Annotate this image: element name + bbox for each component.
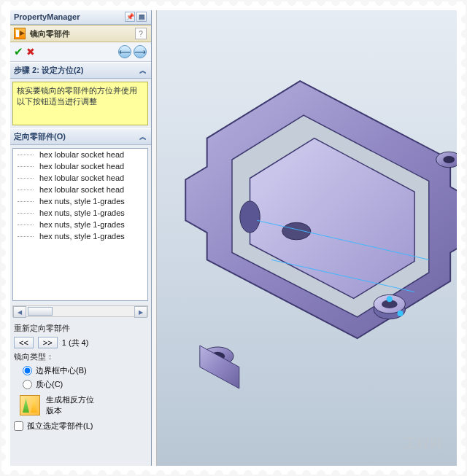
generate-opposite-button[interactable] <box>20 395 40 415</box>
radio-centroid-input[interactable] <box>23 380 32 389</box>
radio-bbox-label: 边界框中心(B) <box>36 365 87 376</box>
svg-point-12 <box>398 311 404 316</box>
svg-point-11 <box>387 296 393 302</box>
action-row: ✔ ✖ ⟵ ⟶ <box>9 42 151 62</box>
scrollbar-thumb[interactable] <box>28 307 53 316</box>
cancel-button[interactable]: ✖ <box>26 46 35 58</box>
isolate-checkbox-row[interactable]: 孤立选定零部件(L) <box>9 419 151 433</box>
reorient-label: 重新定向零部件 <box>9 321 151 335</box>
generate-line2: 版本 <box>46 406 62 415</box>
orient-header[interactable]: 定向零部件(O) ︽ <box>9 128 151 145</box>
step-note: 核实要镜向的零部件的方位并使用以下按钮适当进行调整 <box>12 82 148 125</box>
chevron-up-icon[interactable]: ︽ <box>139 66 147 76</box>
radio-bbox[interactable]: 边界框中心(B) <box>9 364 151 378</box>
feature-title: 镜向零部件 <box>30 28 70 39</box>
radio-centroid-label: 质心(C) <box>36 379 63 390</box>
svg-point-0 <box>282 222 311 240</box>
panel-title-text: PropertyManager <box>14 12 80 21</box>
mirror-type-label: 镜向类型： <box>9 350 151 364</box>
forward-button[interactable]: ⟶ <box>134 45 147 58</box>
property-manager-panel: PropertyManager 📌 ▤ 镜向零部件 ? ✔ ✖ ⟵ ⟶ 步骤 2… <box>9 9 152 467</box>
list-item[interactable]: hex nuts, style 1-grades <box>13 230 147 242</box>
pin-icon[interactable]: 📌 <box>125 12 135 22</box>
panel-menu-icon[interactable]: ▤ <box>136 12 147 22</box>
list-item[interactable]: hex nuts, style 1-grades <box>13 219 147 230</box>
orient-list[interactable]: hex lobular socket head hex lobular sock… <box>12 148 148 301</box>
help-button[interactable]: ? <box>135 28 147 39</box>
list-item[interactable]: hex nuts, style 1-grades <box>13 195 147 207</box>
generate-label: 生成相反方位 版本 <box>46 394 94 416</box>
isolate-checkbox[interactable] <box>14 421 23 431</box>
list-item[interactable]: hex lobular socket head <box>13 149 147 160</box>
isolate-label: 孤立选定零部件(L) <box>27 421 93 432</box>
step-title: 步骤 2: 设定方位(2) <box>14 65 83 76</box>
next-button[interactable]: >> <box>38 337 58 348</box>
mirror-component-icon <box>14 28 26 39</box>
list-item[interactable]: hex lobular socket head <box>13 160 147 172</box>
orient-title: 定向零部件(O) <box>14 131 66 142</box>
horizontal-scrollbar[interactable] <box>12 305 148 317</box>
panel-title-bar: PropertyManager 📌 ▤ <box>9 9 151 25</box>
generate-line1: 生成相反方位 <box>46 395 94 404</box>
watermark: 工程师 <box>404 434 443 452</box>
prev-button[interactable]: << <box>14 337 34 348</box>
model-render <box>157 9 458 453</box>
feature-header: 镜向零部件 ? <box>9 25 151 42</box>
svg-point-8 <box>443 156 455 163</box>
chevron-up-icon[interactable]: ︽ <box>139 132 147 142</box>
radio-bbox-input[interactable] <box>23 366 32 375</box>
list-item[interactable]: hex nuts, style 1-grades <box>13 207 147 219</box>
svg-point-4 <box>240 201 260 233</box>
list-item[interactable]: hex lobular socket head <box>13 184 147 195</box>
list-item[interactable]: hex lobular socket head <box>13 172 147 184</box>
radio-centroid[interactable]: 质心(C) <box>9 378 151 391</box>
back-button[interactable]: ⟵ <box>118 45 131 58</box>
reorient-count: 1 (共 4) <box>62 338 89 348</box>
3d-viewport[interactable]: 工程师 <box>156 9 458 467</box>
step-header[interactable]: 步骤 2: 设定方位(2) ︽ <box>9 62 151 79</box>
ok-button[interactable]: ✔ <box>14 45 23 58</box>
